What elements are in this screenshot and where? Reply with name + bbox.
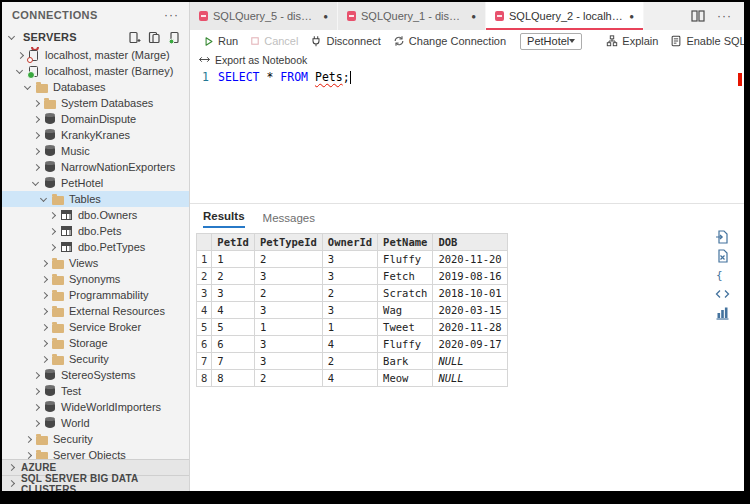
grid-cell[interactable]: 2020-11-28 [433, 319, 507, 336]
tree-item-system-databases[interactable]: System Databases [2, 95, 189, 111]
chevron-right-icon[interactable] [32, 99, 41, 108]
export-as-notebook-button[interactable]: Export as Notebook [190, 52, 744, 67]
grid-cell[interactable]: 3 [254, 302, 322, 319]
grid-cell[interactable]: 2018-10-01 [433, 285, 507, 302]
tab-messages[interactable]: Messages [263, 212, 315, 228]
chevron-down-icon[interactable] [24, 83, 33, 92]
grid-cell[interactable]: 3 [322, 302, 377, 319]
tree-item-stereosystems[interactable]: StereoSystems [2, 367, 189, 383]
grid-cell[interactable]: Bark [378, 353, 433, 370]
tree-item-narrownationexporters[interactable]: NarrowNationExporters [2, 159, 189, 175]
chevron-right-icon[interactable] [32, 163, 41, 172]
grid-cell[interactable]: Meow [378, 370, 433, 387]
split-editor-icon[interactable] [691, 9, 705, 23]
grid-cell[interactable]: 1 [322, 319, 377, 336]
grid-cell[interactable]: 2 [254, 285, 322, 302]
chevron-right-icon[interactable] [40, 259, 49, 268]
tree-item-localhost-master-marge[interactable]: localhost, master (Marge) [2, 47, 189, 63]
row-number-cell[interactable]: 6 [197, 336, 212, 353]
grid-cell[interactable]: 2019-08-16 [433, 268, 507, 285]
servers-section-header[interactable]: SERVERS [2, 27, 189, 47]
table-row[interactable]: 4433Wag2020-03-15 [197, 302, 508, 319]
tab-sqlquery-5[interactable]: SQLQuery_5 - disconnected● [190, 2, 338, 30]
chevron-right-icon[interactable] [40, 323, 49, 332]
tree-item-external-resources[interactable]: External Resources [2, 303, 189, 319]
change-connection-button[interactable]: Change Connection [387, 30, 512, 52]
tab-sqlquery-1[interactable]: SQLQuery_1 - disconnected● [338, 2, 486, 30]
grid-cell[interactable]: 2 [322, 285, 377, 302]
chevron-right-icon[interactable] [40, 339, 49, 348]
tree-item-synonyms[interactable]: Synonyms [2, 271, 189, 287]
tree-item-dbo-owners[interactable]: dbo.Owners [2, 207, 189, 223]
grid-cell[interactable]: 3 [322, 251, 377, 268]
tree-item-wideworldimporters[interactable]: WideWorldImporters [2, 399, 189, 415]
chevron-right-icon[interactable] [40, 307, 49, 316]
chevron-right-icon[interactable] [24, 435, 33, 444]
table-row[interactable]: 1123Fluffy2020-11-20 [197, 251, 508, 268]
tree-item-databases[interactable]: Databases [2, 79, 189, 95]
chevron-down-icon[interactable] [40, 195, 49, 204]
tree-item-server-objects[interactable]: Server Objects [2, 447, 189, 459]
unsaved-changes-dot[interactable]: ● [323, 12, 328, 21]
sidebar-section-big-data-clusters[interactable]: SQL SERVER BIG DATA CLUSTERS [2, 475, 189, 491]
tree-item-storage[interactable]: Storage [2, 335, 189, 351]
chevron-right-icon[interactable] [32, 403, 41, 412]
grid-cell[interactable]: Scratch [378, 285, 433, 302]
tree-item-dbo-pets[interactable]: dbo.Pets [2, 223, 189, 239]
new-server-group-icon[interactable] [148, 31, 161, 44]
grid-cell[interactable]: NULL [433, 370, 507, 387]
view-as-chart-icon[interactable] [715, 306, 730, 320]
chevron-right-icon[interactable] [48, 243, 57, 252]
chevron-right-icon[interactable] [32, 419, 41, 428]
chevron-right-icon[interactable] [40, 355, 49, 364]
cancel-button[interactable]: Cancel [244, 30, 304, 52]
sql-editor[interactable]: 1 SELECT * FROM Pets; [190, 67, 744, 203]
row-number-cell[interactable]: 7 [197, 353, 212, 370]
grid-cell[interactable]: 3 [322, 268, 377, 285]
tree-item-domaindispute[interactable]: DomainDispute [2, 111, 189, 127]
grid-cell[interactable]: Fetch [378, 268, 433, 285]
chevron-right-icon[interactable] [32, 131, 41, 140]
show-active-connections-icon[interactable] [168, 31, 181, 44]
grid-cell[interactable]: 8 [212, 370, 255, 387]
grid-cell[interactable]: 3 [254, 353, 322, 370]
grid-cell[interactable]: 1 [212, 251, 255, 268]
table-row[interactable]: 7732BarkNULL [197, 353, 508, 370]
column-header-petname[interactable]: PetName [378, 234, 433, 251]
row-number-cell[interactable]: 5 [197, 319, 212, 336]
tree-item-test[interactable]: Test [2, 383, 189, 399]
grid-cell[interactable]: Tweet [378, 319, 433, 336]
tree-item-music[interactable]: Music [2, 143, 189, 159]
grid-cell[interactable]: 2 [254, 370, 322, 387]
column-header-ownerid[interactable]: OwnerId [322, 234, 377, 251]
tree-item-tables[interactable]: Tables [2, 191, 189, 207]
enable-sqlcmd-button[interactable]: Enable SQLCMD [664, 30, 744, 52]
grid-cell[interactable]: 3 [212, 285, 255, 302]
tree-item-world[interactable]: World [2, 415, 189, 431]
grid-cell[interactable]: 4 [212, 302, 255, 319]
new-connection-icon[interactable] [128, 31, 141, 44]
grid-cell[interactable]: 3 [254, 268, 322, 285]
grid-cell[interactable]: 4 [322, 336, 377, 353]
grid-cell[interactable]: Fluffy [378, 251, 433, 268]
save-as-excel-icon[interactable] [715, 249, 730, 263]
tree-item-views[interactable]: Views [2, 255, 189, 271]
save-as-xml-icon[interactable] [715, 287, 730, 301]
grid-cell[interactable]: 1 [254, 319, 322, 336]
grid-cell[interactable]: 2020-03-15 [433, 302, 507, 319]
grid-cell[interactable]: 2 [322, 353, 377, 370]
chevron-right-icon[interactable] [32, 387, 41, 396]
save-as-csv-icon[interactable] [715, 230, 730, 244]
row-number-cell[interactable]: 2 [197, 268, 212, 285]
chevron-right-icon[interactable] [32, 371, 41, 380]
tree-item-krankykranes[interactable]: KrankyKranes [2, 127, 189, 143]
column-header-dob[interactable]: DOB [433, 234, 507, 251]
table-row[interactable]: 8824MeowNULL [197, 370, 508, 387]
grid-cell[interactable]: 6 [212, 336, 255, 353]
tree-item-pethotel[interactable]: PetHotel [2, 175, 189, 191]
grid-cell[interactable]: 2 [212, 268, 255, 285]
results-grid[interactable]: PetIdPetTypeIdOwnerIdPetNameDOB 1123Fluf… [196, 233, 508, 387]
chevron-right-icon[interactable] [40, 275, 49, 284]
chevron-right-icon[interactable] [32, 115, 41, 124]
column-header-petid[interactable]: PetId [212, 234, 255, 251]
